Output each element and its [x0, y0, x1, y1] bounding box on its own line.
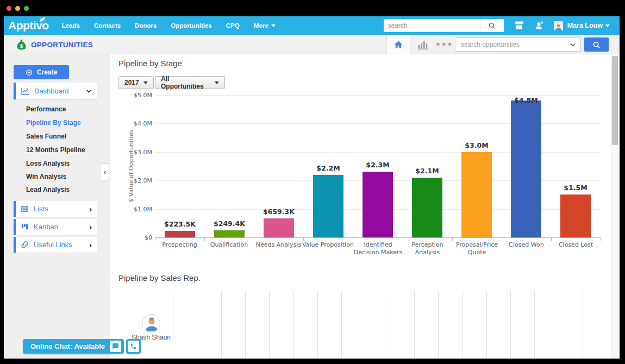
bar-value-label: $1.5M: [548, 184, 603, 192]
x-axis-line: [155, 237, 601, 238]
chevron-down-icon: [215, 81, 219, 84]
chart2-gridline: [559, 291, 559, 359]
nav-item-contacts[interactable]: Contacts: [94, 22, 121, 29]
sidebar-collapse-handle[interactable]: ‹: [101, 164, 109, 180]
chevron-right-icon: ›: [89, 223, 92, 231]
user-menu[interactable]: Mara Louw: [567, 22, 610, 29]
year-filter-value: 2017: [124, 79, 139, 86]
apptivo-logo[interactable]: Apptivo: [8, 19, 54, 32]
sidebar-item-performance[interactable]: Performance: [26, 105, 66, 114]
user-avatar[interactable]: [554, 21, 563, 30]
nav-right-cluster: Mara Louw: [384, 16, 610, 35]
scope-filter-dropdown[interactable]: All Opportunities: [155, 76, 225, 89]
nav-item-cpq[interactable]: CPQ: [226, 22, 240, 29]
app-store-button[interactable]: [513, 20, 525, 31]
chart2-gridline: [341, 291, 342, 359]
chart2-gridline: [390, 291, 390, 359]
app-header: $ OPPORTUNITIES ●●●: [4, 35, 620, 54]
section-label: Useful Links: [34, 241, 72, 249]
person-notification-icon: [534, 20, 545, 31]
sidebar-item-win-analysis[interactable]: Win Analysis: [26, 173, 66, 181]
section-label: Kanban: [34, 223, 58, 231]
sidebar-item-lead-analysis[interactable]: Lead Analysis: [26, 186, 70, 194]
main-content: Pipeline by Stage 2017 All Opportunities…: [110, 54, 611, 359]
sidebar-section-kanban[interactable]: Kanban›: [14, 219, 97, 235]
sidebar-section-lists[interactable]: Lists›: [14, 201, 97, 217]
chat-bubble-icon: [110, 341, 121, 352]
chart2-gridline: [510, 291, 511, 359]
chart-bar-qualification[interactable]: [214, 230, 245, 237]
top-navbar: Apptivo LeadsContactsDonorsOpportunities…: [4, 16, 620, 35]
chart-bar-proposal-price-quote[interactable]: [461, 152, 492, 237]
window-close-button[interactable]: [7, 6, 11, 11]
create-button[interactable]: Create: [14, 65, 69, 79]
sidebar-section-useful-links[interactable]: Useful Links›: [14, 237, 97, 253]
chart-bar-closed-lost[interactable]: [560, 194, 591, 237]
chart-bar-perception-analysis[interactable]: [412, 178, 442, 237]
chart2-gridline: [438, 291, 439, 359]
x-category-label: Qualification: [203, 241, 255, 249]
global-search-button[interactable]: [480, 19, 504, 32]
x-category-label: Perception Analysis: [402, 241, 453, 257]
window-controls: [7, 6, 29, 11]
chat-status-label: Online Chat: Available: [30, 342, 105, 350]
chart2-gridline: [269, 291, 270, 359]
x-category-label: Closed Won: [501, 241, 552, 249]
x-category-label: Needs Analysis: [253, 241, 304, 249]
chart-bar-value-proposition[interactable]: [313, 175, 343, 237]
sidebar-item-sales-funnel[interactable]: Sales Funnel: [26, 133, 66, 141]
x-axis-tick: [403, 238, 403, 241]
window-minimize-button[interactable]: [15, 6, 20, 11]
sidebar-item-12-months-pipeline[interactable]: 12 Months Pipeline: [26, 146, 85, 155]
nav-item-leads[interactable]: Leads: [62, 22, 80, 29]
create-label: Create: [37, 68, 57, 76]
vertical-scrollbar-thumb[interactable]: [612, 56, 618, 145]
sidebar-section-dashboard[interactable]: Dashboard: [14, 83, 97, 99]
chart-bar-identified-decision-makers[interactable]: [362, 172, 393, 237]
sidebar-item-loss-analysis[interactable]: Loss Analysis: [26, 160, 70, 168]
chart1-title: Pipeline by Stage: [118, 59, 182, 68]
chart2-gridline: [462, 291, 462, 359]
chart-bar-needs-analysis[interactable]: [264, 218, 294, 237]
dashboard-view-button[interactable]: [416, 39, 429, 53]
chart2-gridline: [221, 291, 222, 359]
vertical-scrollbar-track[interactable]: [611, 54, 618, 359]
section-label: Lists: [34, 205, 48, 213]
notifications-button[interactable]: [534, 20, 545, 31]
nav-item-opportunities[interactable]: Opportunities: [171, 22, 211, 29]
y-tick-label: $1.0M: [118, 206, 152, 213]
y-tick-label: $3.0M: [118, 149, 152, 156]
chevron-down-icon: [605, 24, 610, 27]
dashboard-chart-icon: [21, 87, 29, 96]
y-tick-label: $0: [118, 234, 152, 241]
dashboard-label: Dashboard: [34, 87, 69, 95]
chart2-gridline: [414, 291, 415, 359]
nav-item-donors[interactable]: Donors: [135, 22, 157, 29]
y-tick-label: $5.0M: [118, 92, 152, 99]
online-chat-button[interactable]: Online Chat: Available: [23, 339, 124, 354]
x-category-label: Prospecting: [154, 241, 205, 249]
home-button[interactable]: [386, 35, 410, 54]
opportunities-search-button[interactable]: [584, 37, 609, 52]
phone-call-button[interactable]: [126, 339, 141, 354]
bar-value-label: $3.0M: [449, 141, 504, 149]
table-icon: [21, 205, 29, 213]
chart2-gridline: [366, 291, 366, 359]
window-maximize-button[interactable]: [24, 6, 29, 11]
sidebar-item-pipeline-by-stage[interactable]: Pipeline By Stage: [26, 119, 81, 128]
leaf-icon: [39, 17, 46, 22]
chevron-down-icon: [271, 24, 276, 27]
x-axis-tick: [155, 238, 155, 241]
opportunities-search-input[interactable]: [455, 37, 581, 52]
global-search-input[interactable]: [384, 19, 480, 32]
bar-value-label: $2.1M: [400, 167, 454, 175]
chart-bar-prospecting[interactable]: [165, 231, 195, 237]
person-icon: [142, 315, 160, 332]
nav-item-more[interactable]: More: [254, 22, 276, 29]
chat-widget: Online Chat: Available: [23, 339, 141, 354]
year-filter-dropdown[interactable]: 2017: [118, 76, 154, 89]
more-options-button[interactable]: ●●●: [436, 40, 454, 48]
chart-bar-closed-won[interactable]: [511, 101, 541, 237]
chart2-gridline: [197, 291, 197, 359]
y-tick-label: $2.0M: [118, 177, 152, 184]
